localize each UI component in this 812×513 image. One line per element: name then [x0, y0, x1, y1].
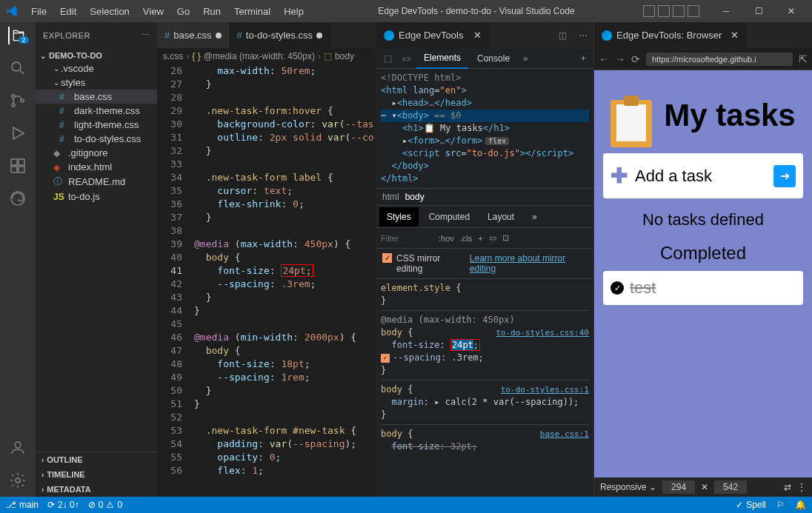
menu-view[interactable]: View	[137, 3, 170, 20]
elements-subtab[interactable]: Elements	[416, 48, 468, 69]
code-line[interactable]: 48 font-size: 18pt;	[157, 358, 376, 371]
code-line[interactable]: 31 outline: 2px solid var(--co	[157, 131, 376, 144]
code-line[interactable]: 32 }	[157, 144, 376, 158]
code-line[interactable]: 49 --spacing: 1rem;	[157, 371, 376, 384]
forward-button[interactable]: →	[615, 53, 625, 65]
more-tabs-icon[interactable]: »	[519, 50, 533, 67]
source-control-icon[interactable]	[9, 92, 27, 110]
code-line[interactable]: 56 flex: 1;	[157, 464, 376, 477]
file-index-html[interactable]: ◈index.html	[36, 160, 157, 174]
menu-go[interactable]: Go	[171, 3, 196, 20]
extensions-icon[interactable]	[9, 157, 27, 175]
breadcrumb[interactable]: s.css› { }@media (max-width: 450px)› ⬚bo…	[157, 48, 376, 64]
styles-pane[interactable]: element.style {} @media (max-width: 450p…	[376, 279, 593, 497]
code-line[interactable]: 28	[157, 91, 376, 104]
more-icon[interactable]: ⋯	[573, 30, 593, 41]
more-subtabs[interactable]: »	[525, 207, 545, 227]
spell-indicator[interactable]: ✓ Spell	[736, 500, 766, 510]
file-to-do-styles[interactable]: #to-do-styles.css	[36, 132, 157, 146]
add-tab-icon[interactable]: +	[576, 50, 590, 67]
code-line[interactable]: 53 .new-task-form #new-task {	[157, 424, 376, 437]
metadata-section[interactable]: ›METADATA	[36, 482, 157, 497]
explorer-more-icon[interactable]: ⋯	[142, 30, 150, 40]
code-line[interactable]: 27 }	[157, 78, 376, 91]
account-icon[interactable]	[9, 439, 27, 457]
feedback-icon[interactable]: ⚐	[776, 500, 785, 510]
code-line[interactable]: 40 body {	[157, 251, 376, 264]
cls-button[interactable]: .cls	[460, 234, 473, 243]
code-content[interactable]: 26 max-width: 50rem;27 }2829 .new-task-f…	[157, 64, 376, 497]
code-line[interactable]: 55 opacity: 0;	[157, 451, 376, 464]
rotate-icon[interactable]: ⇄	[784, 482, 791, 492]
width-input[interactable]: 294	[662, 480, 695, 494]
split-icon[interactable]: ◫	[553, 30, 573, 41]
code-line[interactable]: 33	[157, 158, 376, 171]
console-subtab[interactable]: Console	[470, 49, 517, 68]
code-line[interactable]: 41 font-size: 24pt;	[157, 264, 376, 278]
menu-help[interactable]: Help	[278, 3, 310, 20]
file-todo-js[interactable]: JSto-do.js	[36, 190, 157, 204]
styles-filter-input[interactable]	[381, 234, 433, 243]
code-line[interactable]: 37 }	[157, 211, 376, 224]
height-input[interactable]: 542	[714, 480, 747, 494]
menu-run[interactable]: Run	[197, 3, 227, 20]
notifications-icon[interactable]: 🔔	[795, 500, 806, 510]
code-line[interactable]: 39@media (max-width: 450px) {	[157, 238, 376, 251]
code-line[interactable]: 26 max-width: 50rem;	[157, 64, 376, 78]
code-line[interactable]: 38	[157, 224, 376, 238]
menu-file[interactable]: File	[25, 3, 53, 20]
back-button[interactable]: ←	[599, 53, 609, 65]
folder-vscode[interactable]: ⌄.vscode	[36, 61, 157, 76]
minimize-button[interactable]: ─	[711, 1, 741, 21]
styles-subtab[interactable]: Styles	[379, 207, 419, 227]
file-light-theme[interactable]: #light-theme.css	[36, 118, 157, 132]
code-line[interactable]: 44}	[157, 304, 376, 318]
completed-task-item[interactable]: ✓ test	[603, 271, 803, 305]
inspect-icon[interactable]: ⬚	[379, 50, 396, 67]
tab-to-do-styles[interactable]: #to-do-styles.css	[230, 22, 331, 48]
close-icon[interactable]: ✕	[731, 30, 739, 41]
code-line[interactable]: 42 --spacing: .3rem;	[157, 278, 376, 291]
code-line[interactable]: 51}	[157, 398, 376, 411]
code-line[interactable]: 45	[157, 318, 376, 331]
settings-gear-icon[interactable]	[9, 472, 27, 489]
add-style-icon[interactable]: +	[478, 234, 482, 243]
file-base-css[interactable]: #base.css	[36, 90, 157, 104]
device-icon[interactable]: ▭	[398, 50, 415, 67]
open-external-icon[interactable]: ⇱	[799, 53, 808, 65]
dom-tree[interactable]: <!DOCTYPE html> <html lang="en"> ▸<head>…	[376, 69, 593, 188]
menu-selection[interactable]: Selection	[84, 3, 135, 20]
code-line[interactable]: 52	[157, 411, 376, 424]
code-line[interactable]: 36 flex-shrink: 0;	[157, 198, 376, 211]
mirror-checkbox[interactable]: ✓	[382, 253, 392, 263]
edge-devtools-activity-icon[interactable]	[9, 190, 27, 207]
reload-button[interactable]: ⟳	[631, 53, 640, 65]
folder-styles[interactable]: ⌄styles	[36, 76, 157, 90]
outline-section[interactable]: ›OUTLINE	[36, 452, 157, 467]
timeline-section[interactable]: ›TIMELINE	[36, 467, 157, 482]
code-line[interactable]: 47 body {	[157, 344, 376, 358]
code-line[interactable]: 34 .new-task-form label {	[157, 171, 376, 184]
flex-icon[interactable]: ▭	[489, 233, 496, 243]
code-line[interactable]: 35 cursor: text;	[157, 184, 376, 198]
computed-subtab[interactable]: Computed	[422, 207, 477, 227]
responsive-dropdown[interactable]: Responsive ⌄	[600, 482, 656, 492]
layout-controls[interactable]	[643, 5, 699, 17]
layout-subtab[interactable]: Layout	[480, 207, 522, 227]
code-line[interactable]: 46@media (min-width: 2000px) {	[157, 331, 376, 344]
workspace-root[interactable]: ⌄DEMO-TO-DO	[36, 50, 157, 61]
dom-breadcrumb[interactable]: html body	[376, 188, 593, 206]
search-activity-icon[interactable]	[9, 59, 27, 77]
maximize-button[interactable]: ☐	[744, 1, 773, 21]
close-button[interactable]: ✕	[776, 1, 806, 21]
run-debug-icon[interactable]	[9, 124, 27, 142]
file-gitignore[interactable]: ◆.gitignore	[36, 146, 157, 160]
panel-mode-icon[interactable]: ⊡	[502, 233, 509, 243]
code-line[interactable]: 50 }	[157, 384, 376, 398]
more-device-icon[interactable]: ⋮	[797, 482, 806, 492]
add-task-card[interactable]: ✚ Add a task ➜	[603, 153, 803, 198]
hov-button[interactable]: :hov	[439, 234, 454, 243]
browser-viewport[interactable]: My tasks ✚ Add a task ➜ No tasks defined…	[594, 70, 812, 477]
tab-base-css[interactable]: #base.css	[157, 22, 230, 48]
problems-indicator[interactable]: ⊘ 0 ⚠ 0	[88, 500, 122, 510]
